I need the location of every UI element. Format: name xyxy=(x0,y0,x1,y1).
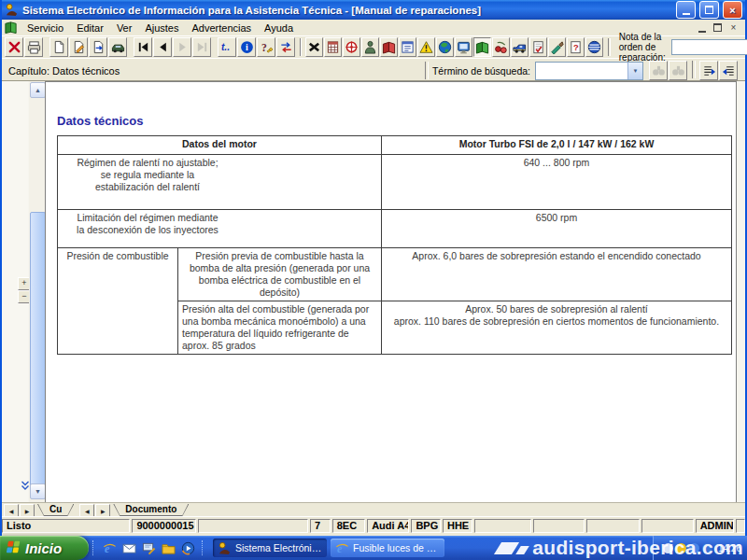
toolbar-button-info[interactable]: i xyxy=(237,37,256,57)
system-tray: 14:26 xyxy=(653,536,747,560)
minimize-button[interactable] xyxy=(676,1,696,19)
toolbar-button-workstation[interactable] xyxy=(455,37,472,57)
toolbar-button-parts-catalog[interactable] xyxy=(324,37,342,57)
table-cell: Presión de combustible xyxy=(58,248,178,355)
document-tabs-scroll-left-button[interactable]: ◀ xyxy=(79,504,94,517)
toolbar-button-query[interactable]: ? xyxy=(567,37,585,57)
toolbar-button-special-tools[interactable] xyxy=(492,37,510,57)
toolbar-button-search-previous xyxy=(669,61,687,80)
quicklaunch-grip[interactable] xyxy=(92,540,96,555)
toolsred-icon xyxy=(494,40,508,54)
toolbar-button-edit-document[interactable] xyxy=(69,37,88,57)
binoculars-icon xyxy=(671,63,685,77)
toolbar-button-new-document[interactable] xyxy=(49,37,68,57)
svg-text:i: i xyxy=(245,42,247,52)
search-term-input[interactable] xyxy=(536,63,627,79)
toolbar-button-maintenance[interactable] xyxy=(548,37,566,57)
svg-text:?: ? xyxy=(261,42,266,54)
toolbar-button-repair-manual[interactable] xyxy=(473,37,491,57)
target-icon xyxy=(345,40,359,54)
watermark-logo-icon xyxy=(498,542,527,554)
servicecar-icon xyxy=(513,40,527,54)
close-button[interactable]: × xyxy=(723,1,742,19)
folder-icon[interactable] xyxy=(161,540,176,556)
toolbar-button-checklist[interactable] xyxy=(529,37,547,57)
warning-icon xyxy=(419,40,433,54)
toolbar-button-go-next xyxy=(173,37,191,57)
taskbar-task-1[interactable]: Sistema Electrónico d... xyxy=(213,539,327,557)
toolbar-button-help[interactable]: ? xyxy=(257,37,275,57)
tab-navigation[interactable]: Cu xyxy=(37,504,74,516)
toolbar-button-transfer[interactable] xyxy=(276,37,295,57)
status-field-14 xyxy=(736,519,745,533)
toolbar-button-search-next xyxy=(649,61,668,80)
brush-icon xyxy=(550,40,564,54)
cancel-icon xyxy=(7,40,21,54)
restore-button[interactable] xyxy=(699,1,719,19)
status-field-7: BPG xyxy=(411,519,441,533)
mail-icon[interactable] xyxy=(121,540,137,556)
scrollbar-thumb[interactable] xyxy=(30,212,46,492)
querydoc-icon: ? xyxy=(569,40,583,54)
menu-item-ajustes[interactable]: Ajustes xyxy=(138,21,185,35)
status-field-10 xyxy=(533,519,585,533)
toolbar-button-service-vehicle[interactable] xyxy=(511,37,529,57)
search-term-combobox[interactable]: ▼ xyxy=(535,62,643,80)
title-bar: Sistema Electrónico de Información para … xyxy=(2,0,745,20)
toolbar-button-text-size[interactable]: t.. xyxy=(218,37,236,57)
toolbar-button-order-form[interactable] xyxy=(399,37,416,57)
left-tabs-scroll-left-button[interactable]: ◀ xyxy=(4,504,19,517)
navfirst-icon xyxy=(136,40,150,54)
status-field-11 xyxy=(586,519,640,533)
menu-item-ayuda[interactable]: Ayuda xyxy=(258,21,300,35)
toolbar-button-online-info[interactable] xyxy=(585,37,603,57)
info-icon: i xyxy=(240,40,254,54)
wmp-icon[interactable] xyxy=(180,540,196,556)
tray-badge-blue-icon xyxy=(689,543,699,553)
vertical-scrollbar[interactable]: ▲ ▼ xyxy=(29,81,45,503)
toolbar-button-go-previous[interactable] xyxy=(153,37,172,57)
status-field-5: 8EC xyxy=(332,519,365,533)
toolbar-button-cancel[interactable] xyxy=(5,37,23,57)
toolbar-button-go-first[interactable] xyxy=(134,37,152,57)
menu-item-editar[interactable]: Editar xyxy=(70,21,110,35)
document-pane[interactable]: Datos técnicos Datos del motor Motor Tur… xyxy=(45,81,737,503)
toolbar-button-export-document[interactable] xyxy=(89,37,107,57)
start-button[interactable]: Inicio xyxy=(0,536,89,560)
toolbar-button-jump-list-back[interactable] xyxy=(719,61,738,80)
toolbar-button-jump-list-forward[interactable] xyxy=(699,61,718,80)
table-cell: Presión previa de combustible hasta la b… xyxy=(178,248,382,301)
menu-item-ver[interactable]: Ver xyxy=(110,21,139,35)
combo-dropdown-button[interactable]: ▼ xyxy=(627,63,642,79)
toolbar-button-vehicle[interactable] xyxy=(108,37,127,57)
toolbar-button-customer[interactable] xyxy=(361,37,379,57)
ie-icon[interactable]: e xyxy=(102,540,118,556)
taskbar-task-2[interactable]: eFusible luces de posici... xyxy=(331,539,444,557)
left-tabs-scroll-right-button[interactable]: ▶ xyxy=(20,504,35,517)
toolbar-button-print[interactable] xyxy=(24,37,43,57)
toolbar-button-target[interactable] xyxy=(343,37,360,57)
menu-item-advertencias[interactable]: Advertencias xyxy=(185,21,258,35)
status-field-2: 9000000015 xyxy=(132,519,196,533)
svg-text:t..: t.. xyxy=(220,42,229,52)
showdesktop-icon[interactable] xyxy=(141,540,157,556)
toolbar-button-close-document[interactable] xyxy=(305,37,323,57)
scroll-down-button[interactable]: ▼ xyxy=(30,483,46,499)
toolbar-button-globe[interactable] xyxy=(436,37,454,57)
table-cell: Aprox. 6,0 bares de sobrepresión estando… xyxy=(382,248,732,301)
toolbar-button-warnings[interactable] xyxy=(417,37,435,57)
table-cell-line: aprox. 110 bares de sobrepresión en cier… xyxy=(386,315,727,328)
toolbar-button-service-book[interactable] xyxy=(380,37,398,57)
tab-documento[interactable]: Documento xyxy=(113,504,189,516)
taskbar-grip[interactable] xyxy=(202,540,205,555)
table-cell-line: Aprox. 50 bares de sobrepresión al ralen… xyxy=(386,303,727,315)
toolbar: t..i? ? Nota de la orden de reparación: xyxy=(2,35,745,58)
document-tabs-scroll-right-button[interactable]: ▶ xyxy=(95,504,110,517)
page-title: Datos técnicos xyxy=(57,114,736,128)
menu-item-servicio[interactable]: Servicio xyxy=(21,21,70,35)
repair-order-note-input[interactable] xyxy=(671,39,747,55)
technical-data-table: Datos del motor Motor Turbo FSI de 2,0 l… xyxy=(57,135,732,355)
scroll-up-button[interactable]: ▲ xyxy=(30,82,46,98)
toolbar-button-go-last xyxy=(192,37,211,57)
toolbar-separator xyxy=(300,38,302,56)
